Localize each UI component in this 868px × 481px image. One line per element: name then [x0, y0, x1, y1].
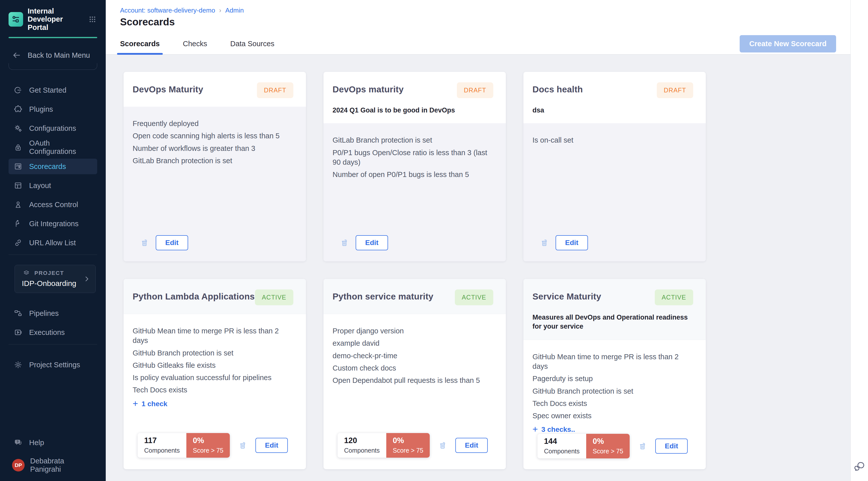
user-name: Debabrata Panigrahi	[30, 457, 94, 474]
scorecard-card: Service Maturity ACTIVE Measures all Dev…	[523, 279, 706, 469]
status-badge: DRAFT	[257, 82, 293, 98]
sidebar-item-help[interactable]: ? Help	[8, 435, 97, 450]
tab-data-sources[interactable]: Data Sources	[230, 33, 275, 54]
page-title: Scorecards	[120, 16, 836, 28]
delete-scorecard-button[interactable]	[437, 440, 448, 451]
components-count: 120	[344, 436, 380, 445]
sidebar-item-executions[interactable]: Executions	[8, 325, 97, 340]
content-area: DevOps Maturity DRAFT Frequently deploye…	[106, 55, 850, 481]
check-item: Is on-call set	[532, 135, 696, 145]
check-item: Spec owner exists	[532, 411, 696, 420]
score-label: Score > 75	[393, 447, 424, 454]
layout-icon	[13, 181, 23, 190]
sidebar-item-label: Pipelines	[29, 309, 59, 318]
check-item: Number of workflows is greater than 3	[133, 143, 296, 153]
breadcrumb-separator: ›	[219, 7, 221, 14]
project-selector[interactable]: PROJECT IDP-Onboarding	[14, 265, 96, 293]
sidebar-item-layout[interactable]: Layout	[8, 178, 97, 193]
check-item: example david	[333, 339, 496, 348]
card-header: DevOps maturity DRAFT 2024 Q1 Goal is to…	[323, 72, 506, 123]
user-menu[interactable]: DP Debabrata Panigrahi	[8, 457, 97, 474]
app-title: Internal Developer Portal	[28, 7, 83, 31]
card-body: Proper django version example david demo…	[323, 314, 506, 469]
trash-icon	[540, 238, 549, 247]
sidebar-item-git-integrations[interactable]: Git Integrations	[8, 216, 97, 231]
sidebar-item-project-settings[interactable]: Project Settings	[8, 357, 97, 373]
back-to-main-menu[interactable]: Back to Main Menu	[8, 51, 97, 60]
delete-scorecard-button[interactable]	[339, 237, 350, 248]
check-item: GitHub Branch protection is set	[133, 348, 296, 358]
branch-arrows-icon	[13, 219, 23, 228]
check-item: GitLab Branch protection is set	[133, 156, 296, 165]
app-switcher-grid-icon[interactable]	[88, 14, 97, 24]
more-checks-link[interactable]: + 3 checks..	[532, 425, 696, 434]
breadcrumb-account-link[interactable]: Account: software-delivery-demo	[120, 6, 215, 14]
section-divider	[8, 63, 97, 70]
scorecard-card: Python service maturity ACTIVE Proper dj…	[323, 279, 506, 469]
edit-button[interactable]: Edit	[655, 439, 688, 454]
delete-scorecard-button[interactable]	[139, 237, 150, 248]
check-item: Is policy evaluation successful for pipe…	[133, 373, 296, 382]
sidebar-item-get-started[interactable]: Get Started	[8, 82, 97, 98]
check-item: Custom check docs	[333, 363, 496, 373]
sidebar-item-label: Git Integrations	[29, 220, 79, 228]
check-item: GitLab Branch protection is set	[333, 135, 496, 145]
check-item: Pagerduty is setup	[532, 374, 696, 383]
components-stat: 144 Components	[537, 434, 586, 458]
scorecard-title: Docs health	[532, 82, 583, 94]
scorecard-card: DevOps maturity DRAFT 2024 Q1 Goal is to…	[323, 72, 506, 261]
sidebar-item-access-control[interactable]: Access Control	[8, 197, 97, 213]
brand-divider	[8, 37, 97, 38]
status-badge: DRAFT	[457, 82, 493, 98]
score-label: Score > 75	[193, 447, 223, 454]
status-badge: ACTIVE	[455, 289, 494, 305]
sidebar-item-scorecards[interactable]: Scorecards	[8, 159, 97, 174]
check-item: GitHub Gitleaks file exists	[133, 360, 296, 370]
sidebar-item-label: Plugins	[29, 105, 53, 114]
components-score-chip: 120 Components 0% Score > 75	[338, 433, 430, 458]
check-item: GitHub Mean time to merge PR is less tha…	[532, 352, 696, 371]
card-header: DevOps Maturity DRAFT	[124, 72, 306, 107]
tab-scorecards[interactable]: Scorecards	[120, 33, 160, 54]
sidebar-item-pipelines[interactable]: Pipelines	[8, 306, 97, 321]
scorecard-title: DevOps Maturity	[133, 82, 203, 94]
project-name: IDP-Onboarding	[22, 279, 90, 288]
scorecard-card: DevOps Maturity DRAFT Frequently deploye…	[124, 72, 306, 261]
sidebar-item-label: Configurations	[29, 124, 76, 133]
sidebar-item-oauth-configurations[interactable]: OAuth Configurations	[8, 139, 97, 155]
more-checks-link[interactable]: + 1 check	[133, 400, 296, 408]
svg-text:?: ?	[17, 440, 19, 444]
sidebar-item-label: URL Allow List	[29, 239, 76, 247]
breadcrumb-admin-link[interactable]: Admin	[225, 6, 244, 14]
delete-scorecard-button[interactable]	[237, 440, 248, 451]
sidebar-item-label: Executions	[29, 328, 65, 336]
tab-checks[interactable]: Checks	[183, 33, 207, 54]
card-header: Service Maturity ACTIVE Measures all Dev…	[523, 279, 706, 340]
sidebar-item-configurations[interactable]: Configurations	[8, 121, 97, 136]
gear-icon	[13, 360, 23, 369]
edit-button[interactable]: Edit	[255, 438, 288, 453]
sidebar-item-label: OAuth Configurations	[29, 139, 92, 156]
scorecard-description: dsa	[532, 106, 688, 115]
check-item: Tech Docs exists	[133, 385, 296, 395]
edit-button[interactable]: Edit	[355, 235, 388, 250]
create-new-scorecard-button[interactable]: Create New Scorecard	[740, 35, 836, 53]
link-icon	[13, 238, 23, 247]
delete-scorecard-button[interactable]	[637, 441, 648, 452]
edit-button[interactable]: Edit	[556, 235, 588, 250]
settings-nav: Project Settings	[8, 357, 97, 373]
support-chat-icon[interactable]	[854, 460, 865, 472]
edit-button[interactable]: Edit	[156, 235, 188, 250]
components-label: Components	[544, 448, 580, 455]
delete-scorecard-button[interactable]	[539, 237, 550, 248]
sidebar-item-url-allow-list[interactable]: URL Allow List	[8, 235, 97, 251]
sidebar-nav: Get Started Plugins Configurations OAuth…	[8, 82, 97, 251]
scorecard-title: Service Maturity	[532, 289, 601, 301]
layers-icon	[22, 269, 31, 277]
card-body: Frequently deployed Open code scanning h…	[124, 107, 306, 261]
components-count: 144	[544, 437, 580, 446]
card-header: Python Lambda Applications ACTIVE	[124, 279, 306, 314]
edit-button[interactable]: Edit	[455, 438, 488, 453]
sidebar-item-plugins[interactable]: Plugins	[8, 101, 97, 117]
card-footer: 117 Components 0% Score > 75	[133, 433, 296, 469]
